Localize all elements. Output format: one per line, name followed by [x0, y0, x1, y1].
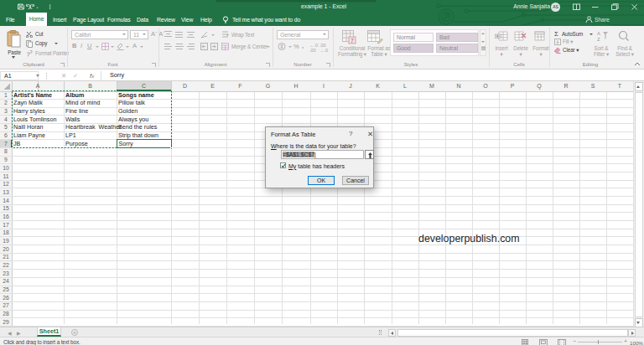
svg-text:Z: Z — [597, 37, 600, 41]
svg-text:A: A — [597, 31, 600, 36]
svg-text:7: 7 — [351, 38, 354, 44]
